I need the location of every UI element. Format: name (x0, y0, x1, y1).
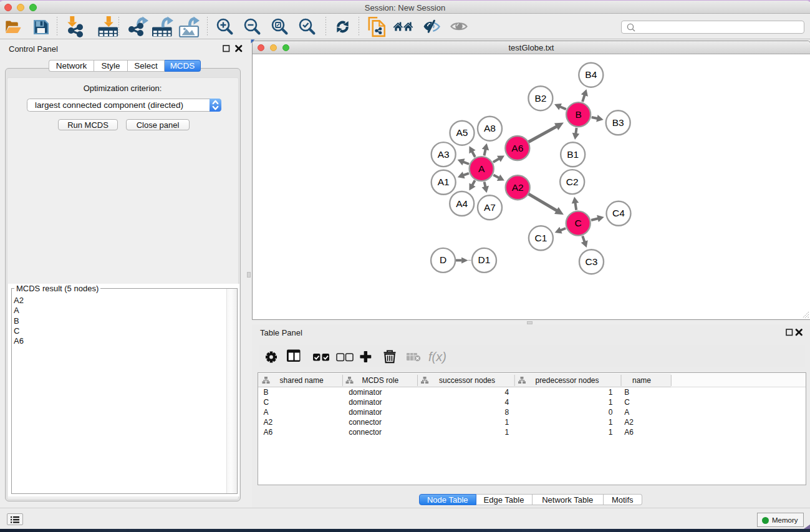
svg-text:C4: C4 (612, 208, 625, 218)
svg-text:A4: A4 (456, 198, 468, 208)
svg-text:MCDS role: MCDS role (362, 376, 398, 385)
svg-text:C: C (263, 398, 269, 407)
svg-text:C3: C3 (586, 256, 598, 266)
svg-text:C: C (575, 218, 582, 228)
svg-text:A2: A2 (624, 418, 634, 427)
svg-text:B2: B2 (534, 92, 546, 103)
svg-text:A: A (263, 408, 268, 417)
svg-text:A7: A7 (484, 201, 496, 212)
svg-text:0: 0 (608, 408, 612, 417)
svg-text:successor nodes: successor nodes (438, 376, 494, 385)
svg-text:C1: C1 (534, 232, 547, 243)
svg-text:dominator: dominator (349, 388, 382, 397)
svg-text:D: D (440, 254, 446, 265)
svg-text:B4: B4 (585, 69, 597, 80)
svg-text:name: name (632, 376, 650, 385)
svg-text:dominator: dominator (349, 408, 382, 417)
svg-text:A1: A1 (438, 177, 450, 187)
svg-text:B: B (575, 109, 581, 119)
svg-text:B: B (624, 388, 629, 397)
svg-text:8: 8 (504, 408, 509, 417)
svg-text:connector: connector (349, 418, 382, 427)
svg-text:B: B (263, 388, 268, 397)
svg-text:A: A (478, 163, 485, 173)
svg-text:A2: A2 (263, 418, 272, 427)
svg-text:A2: A2 (512, 181, 524, 192)
svg-text:A5: A5 (456, 127, 468, 138)
svg-text:A6: A6 (511, 142, 523, 153)
svg-text:4: 4 (504, 388, 509, 397)
svg-text:A3: A3 (438, 148, 450, 159)
svg-text:4: 4 (504, 398, 509, 407)
svg-text:1: 1 (608, 428, 612, 437)
svg-text:dominator: dominator (349, 398, 382, 407)
svg-text:A: A (624, 408, 629, 417)
svg-text:A8: A8 (484, 123, 496, 133)
svg-text:D1: D1 (478, 254, 491, 265)
svg-text:C: C (624, 398, 630, 407)
svg-text:1: 1 (504, 428, 509, 437)
svg-text:1: 1 (504, 418, 509, 427)
svg-text:A6: A6 (624, 428, 634, 437)
svg-text:shared name: shared name (279, 376, 323, 385)
svg-text:1: 1 (608, 388, 612, 397)
svg-text:1: 1 (608, 418, 612, 427)
svg-text:f(x): f(x) (428, 350, 446, 364)
svg-text:B1: B1 (567, 148, 579, 159)
svg-text:1: 1 (608, 398, 612, 407)
svg-text:B3: B3 (612, 117, 624, 127)
svg-text:A6: A6 (263, 428, 272, 437)
svg-text:C2: C2 (566, 176, 579, 186)
svg-text:connector: connector (349, 428, 382, 437)
svg-text:predecessor nodes: predecessor nodes (535, 376, 599, 385)
